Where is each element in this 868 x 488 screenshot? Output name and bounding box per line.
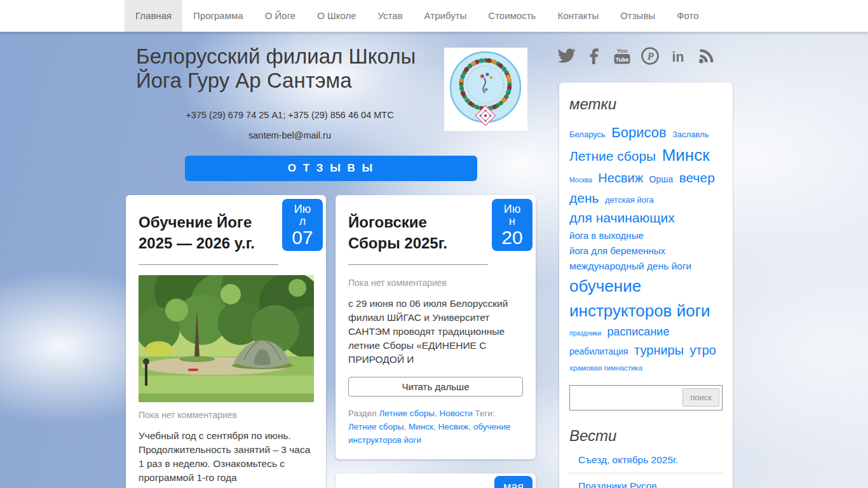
tag-link-borisov[interactable]: Борисов [611,125,666,140]
nav-item-otzyvy[interactable]: Отзывы [609,0,666,32]
post-meta: Раздел Летние сборы, Новости Теги: Летни… [348,407,523,447]
site-title: Белорусский филиал Школы Йога Гуру Ар Са… [136,44,416,93]
separator: , [468,422,473,431]
tag-link-reabilitaciya[interactable]: реабилитация [569,346,628,356]
post-date-badge: мая [494,476,532,488]
tag-link-letnie-sbory[interactable]: Летние сборы [569,149,656,163]
section-link[interactable]: Летние сборы [379,409,435,418]
nav-item-programma[interactable]: Программа [182,0,254,32]
site-title-line1: Белорусский филиал Школы [136,44,416,69]
search-box: поиск [569,385,722,410]
site-logo [444,48,527,131]
reviews-button[interactable]: О Т З Ы В Ы [185,156,477,181]
separator: , [433,422,438,431]
news-item: Праздники Русов [569,473,722,488]
post-card-obuchenie-yoge: Июл 07 Обучение Йоге 2025 — 2026 у.г. [126,195,326,488]
pinterest-icon[interactable]: P [641,46,660,65]
date-day: 07 [282,228,323,247]
title-divider [139,264,278,265]
tag-link-den[interactable]: день [569,191,599,205]
tag-link-mezhdunarodny-den[interactable]: международный день йоги [569,261,691,271]
post-card-partial: мая [336,473,536,488]
post-excerpt: с 29 июня по 06 июля Белорусский филиал … [348,297,523,367]
nav-item-glavnaya[interactable]: Главная [125,0,182,32]
social-links: You Tube P in [557,46,715,65]
section-link[interactable]: Новости [439,409,472,418]
svg-text:Tube: Tube [616,57,628,63]
sidebar: метки Беларусь Борисов Заславль Летние с… [559,83,733,488]
phone-numbers: +375 (29) 679 74 25 А1; +375 (29) 856 46… [125,110,455,120]
email-address: santem-bel@mail.ru [125,130,455,140]
nav-item-o-yoge[interactable]: О Йоге [254,0,306,32]
comments-link[interactable]: Пока нет комментариев [139,410,313,420]
news-heading: Вести [569,427,722,445]
nav-item-ustav[interactable]: Устав [367,0,414,32]
post-date-badge: Июл 07 [282,199,323,251]
tag-link-orsha[interactable]: Орша [649,174,674,184]
nav-item-o-shkole[interactable]: О Школе [306,0,367,32]
search-button[interactable]: поиск [682,388,719,407]
nav-item-stoimost[interactable]: Стоимость [477,0,546,32]
search-input[interactable] [574,392,682,403]
tag-link[interactable]: Летние сборы [348,422,404,431]
tag-cloud: Беларусь Борисов Заславль Летние сборы М… [569,122,722,375]
tag-link[interactable]: Несвиж [438,422,469,431]
post-card-yogovskie-sbory: Июн 20 Йоговские Сборы 2025г. Пока нет к… [336,195,536,459]
post-date-badge: Июн 20 [492,199,532,251]
tag-link-yoga-v-vyhodnye[interactable]: йога в выходные [569,230,644,241]
tag-link-hramovaya-gimnastika[interactable]: храмовая гимнастика [569,364,642,372]
mala-emblem-graphic [444,48,527,131]
rss-icon[interactable] [696,46,715,65]
youtube-icon[interactable]: You Tube [613,46,632,65]
top-navbar: Главная Программа О Йоге О Школе Устав А… [0,0,868,32]
tag-link-detskaya-yoga[interactable]: детская йога [605,195,654,205]
tag-link-obuchenie-instruktorov[interactable]: обучение инструкторов йоги [569,276,710,320]
title-divider [348,264,488,265]
news-link-prazdniki-rusov[interactable]: Праздники Русов [578,480,657,488]
nav-item-foto[interactable]: Фото [666,0,709,32]
nav-item-kontakty[interactable]: Контакты [546,0,609,32]
tag-link-utro[interactable]: утро [690,343,716,357]
nav-item-atributy[interactable]: Атрибуты [414,0,478,32]
tag-link[interactable]: Минск [409,422,433,431]
date-month: мая [494,481,532,488]
news-item: Съезд, октябрь 2025г. [569,447,722,473]
tags-label: Теги: [475,409,495,418]
post-excerpt: Учебный год с сентября по июнь. Продолжи… [139,429,313,485]
read-more-button[interactable]: Читать дальше [348,377,523,396]
tag-link-zaslavl[interactable]: Заславль [672,130,709,139]
tag-link-dlya-nachinayushchih[interactable]: для начинающих [569,210,675,225]
tag-link-yoga-dlya-beremennyh[interactable]: йога для беременных [569,245,665,256]
svg-text:P: P [647,51,654,62]
news-list: Съезд, октябрь 2025г. Праздники Русов [569,447,722,488]
tag-link-moskva[interactable]: Москва [569,176,592,184]
tag-link-belarus[interactable]: Беларусь [569,130,606,139]
post-image-park-tent [139,275,314,402]
date-month: Июл [293,203,312,227]
facebook-icon[interactable] [585,46,604,65]
date-day: 20 [492,228,532,247]
separator: , [404,422,409,431]
page-background: Главная Программа О Йоге О Школе Устав А… [0,0,868,488]
news-link-sezd[interactable]: Съезд, октябрь 2025г. [578,454,678,465]
twitter-icon[interactable] [557,46,576,65]
tags-heading: метки [569,95,722,113]
comments-link[interactable]: Пока нет комментариев [348,278,523,288]
tag-link-prazdniki[interactable]: праздники [569,329,601,337]
nav-list: Главная Программа О Йоге О Школе Устав А… [125,0,868,32]
section-label: Раздел [348,409,377,418]
date-month: Июн [503,203,522,227]
tag-link-turniry[interactable]: турниры [634,343,684,357]
svg-text:in: in [672,50,684,65]
svg-text:You: You [617,48,628,54]
linkedin-icon[interactable]: in [668,46,688,65]
site-title-line2: Йога Гуру Ар Сантэма [136,69,416,93]
tag-link-vecher[interactable]: вечер [679,170,715,185]
tag-link-nesvizh[interactable]: Несвиж [598,171,643,185]
tag-link-minsk[interactable]: Минск [662,146,710,165]
tag-link-raspisanie[interactable]: расписание [607,325,670,338]
